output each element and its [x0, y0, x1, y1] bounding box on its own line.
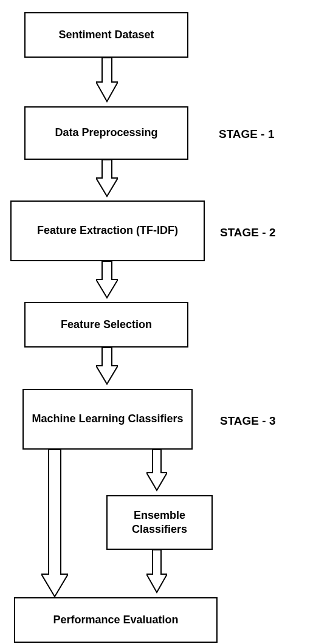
stage-label-2: STAGE - 2: [220, 226, 276, 239]
box-label: Machine Learning Classifiers: [32, 412, 183, 426]
box-label: Feature Selection: [61, 318, 152, 332]
box-performance-evaluation: Performance Evaluation: [14, 597, 218, 643]
arrow-icon: [96, 348, 118, 386]
arrow-icon: [96, 261, 118, 300]
box-feature-extraction: Feature Extraction (TF-IDF): [10, 200, 205, 261]
arrow-icon: [96, 58, 118, 103]
box-label: Feature Extraction (TF-IDF): [37, 224, 178, 238]
box-data-preprocessing: Data Preprocessing: [24, 106, 188, 160]
box-ensemble-classifiers: Ensemble Classifiers: [106, 495, 213, 550]
box-label: Performance Evaluation: [53, 613, 178, 627]
box-label: Sentiment Dataset: [58, 28, 154, 42]
stage-label-1: STAGE - 1: [219, 128, 275, 141]
box-label: Data Preprocessing: [55, 126, 157, 140]
stage-label-3: STAGE - 3: [220, 414, 276, 428]
box-label: Ensemble Classifiers: [112, 509, 207, 537]
arrow-icon: [146, 450, 167, 492]
arrow-icon: [96, 160, 118, 198]
arrow-icon: [41, 450, 68, 598]
box-feature-selection: Feature Selection: [24, 302, 188, 348]
box-ml-classifiers: Machine Learning Classifiers: [22, 389, 193, 450]
box-sentiment-dataset: Sentiment Dataset: [24, 12, 188, 58]
arrow-icon: [146, 550, 167, 594]
